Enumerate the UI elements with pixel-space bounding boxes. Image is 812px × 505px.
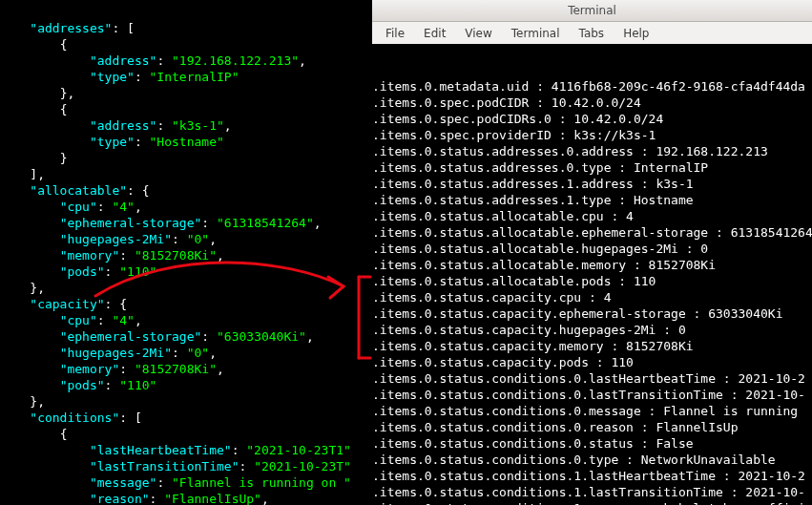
terminal-line: .items.0.spec.providerID : k3s://k3s-1 xyxy=(372,127,812,143)
json-line: "memory": "8152708Ki", xyxy=(0,361,372,377)
json-line: "message": "Flannel is running on " xyxy=(0,474,372,491)
menu-terminal[interactable]: Terminal xyxy=(502,26,570,42)
terminal-titlebar[interactable]: Terminal xyxy=(372,0,812,22)
menu-file[interactable]: File xyxy=(376,26,414,42)
json-line: "type": "Hostname" xyxy=(0,134,372,150)
json-line: "ephemeral-storage": "63033040Ki", xyxy=(0,328,372,345)
terminal-line: .items.0.status.capacity.memory : 815270… xyxy=(372,338,812,354)
menu-view[interactable]: View xyxy=(455,26,501,42)
json-line: "pods": "110" xyxy=(0,263,372,280)
json-line: "cpu": "4", xyxy=(0,199,372,215)
terminal-line: .items.0.spec.podCIDR : 10.42.0.0/24 xyxy=(372,95,812,111)
json-line: "capacity": { xyxy=(0,296,372,312)
json-line: }, xyxy=(0,85,372,101)
json-line: "lastTransitionTime": "2021-10-23T" xyxy=(0,458,372,474)
json-line: "allocatable": { xyxy=(0,182,372,199)
terminal-line: .items.0.status.conditions.1.lastTransit… xyxy=(372,484,812,500)
terminal-line: .items.0.status.allocatable.hugepages-2M… xyxy=(372,241,812,257)
json-line: "lastHeartbeatTime": "2021-10-23T1" xyxy=(0,442,372,458)
json-line: "hugepages-2Mi": "0", xyxy=(0,231,372,247)
json-line: "cpu": "4", xyxy=(0,312,372,328)
terminal-line: .items.0.status.capacity.hugepages-2Mi :… xyxy=(372,322,812,338)
json-line: "type": "InternalIP" xyxy=(0,69,372,85)
json-line: { xyxy=(0,101,372,117)
menu-edit[interactable]: Edit xyxy=(414,26,455,42)
menu-tabs[interactable]: Tabs xyxy=(570,26,614,42)
terminal-line: .items.0.metadata.uid : 4116fb68-209c-46… xyxy=(372,78,812,95)
json-line: "hugepages-2Mi": "0", xyxy=(0,345,372,361)
json-line: "memory": "8152708Ki", xyxy=(0,247,372,263)
json-line: "pods": "110" xyxy=(0,377,372,393)
json-line: ], xyxy=(0,166,372,182)
json-line: "address": "k3s-1", xyxy=(0,117,372,134)
menu-help[interactable]: Help xyxy=(614,26,658,42)
json-line: "reason": "FlannelIsUp", xyxy=(0,491,372,505)
json-line: }, xyxy=(0,280,372,296)
terminal-line: .items.0.status.conditions.0.type : Netw… xyxy=(372,452,812,468)
terminal-line: .items.0.status.allocatable.memory : 815… xyxy=(372,257,812,273)
terminal-line: .items.0.status.conditions.0.status : Fa… xyxy=(372,435,812,452)
terminal-menubar: File Edit View Terminal Tabs Help xyxy=(372,22,812,46)
terminal-line: .items.0.status.addresses.0.type : Inter… xyxy=(372,159,812,176)
json-line: "conditions": [ xyxy=(0,410,372,426)
json-line: "addresses": [ xyxy=(0,20,372,36)
terminal-line: .items.0.status.conditions.1.message : k… xyxy=(372,500,812,505)
terminal-line: .items.0.status.conditions.1.lastHeartbe… xyxy=(372,468,812,484)
terminal-line: .items.0.status.addresses.0.address : 19… xyxy=(372,143,812,159)
terminal-output[interactable]: .items.0.metadata.uid : 4116fb68-209c-46… xyxy=(372,44,812,505)
terminal-line: .items.0.status.capacity.cpu : 4 xyxy=(372,289,812,305)
json-line: "address": "192.168.122.213", xyxy=(0,53,372,69)
json-line: "ephemeral-storage": "61318541264", xyxy=(0,215,372,231)
terminal-line: .items.0.status.capacity.ephemeral-stora… xyxy=(372,305,812,322)
terminal-line: .items.0.status.addresses.1.address : k3… xyxy=(372,176,812,192)
json-line: { xyxy=(0,36,372,53)
json-source-pane: "addresses": [ { "address": "192.168.122… xyxy=(0,0,372,505)
terminal-line: .items.0.status.conditions.0.reason : Fl… xyxy=(372,419,812,435)
json-line: }, xyxy=(0,393,372,410)
terminal-line: .items.0.status.conditions.0.lastHeartbe… xyxy=(372,370,812,387)
terminal-line: .items.0.status.allocatable.ephemeral-st… xyxy=(372,224,812,241)
terminal-line: .items.0.status.conditions.0.lastTransit… xyxy=(372,387,812,403)
terminal-window: Terminal File Edit View Terminal Tabs He… xyxy=(372,0,812,505)
json-line: { xyxy=(0,426,372,442)
json-line: } xyxy=(0,150,372,166)
terminal-line: .items.0.spec.podCIDRs.0 : 10.42.0.0/24 xyxy=(372,111,812,127)
terminal-line: .items.0.status.addresses.1.type : Hostn… xyxy=(372,192,812,208)
terminal-line: .items.0.status.allocatable.cpu : 4 xyxy=(372,208,812,224)
terminal-line: .items.0.status.conditions.0.message : F… xyxy=(372,403,812,419)
terminal-line: .items.0.status.capacity.pods : 110 xyxy=(372,354,812,370)
terminal-line: .items.0.status.allocatable.pods : 110 xyxy=(372,273,812,289)
